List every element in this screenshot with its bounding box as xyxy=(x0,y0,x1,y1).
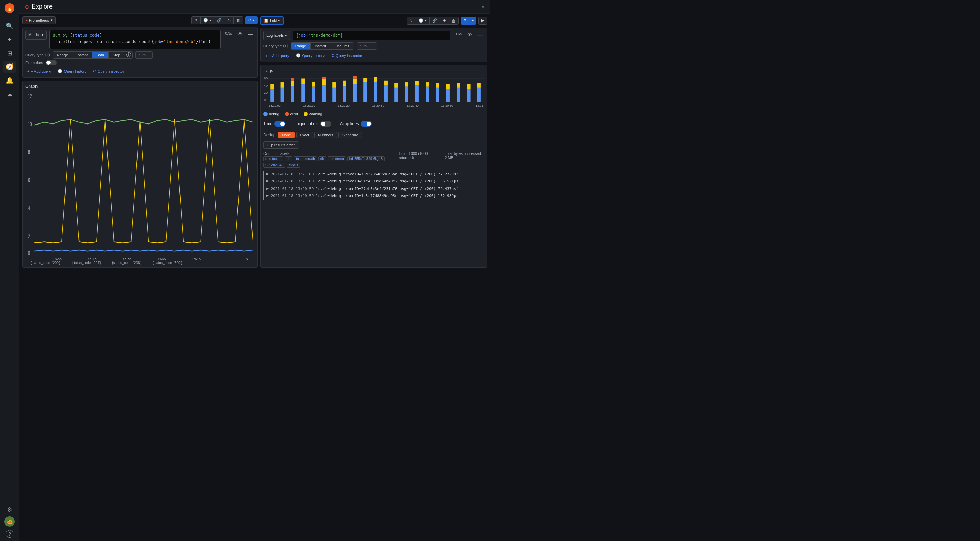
sidebar-dashboards-icon[interactable]: ⊞ xyxy=(3,47,16,59)
dedup-btn-none[interactable]: None xyxy=(278,132,294,138)
history-icon: 🕐 xyxy=(58,69,62,73)
right-query-history-button[interactable]: 🕐 Query history xyxy=(294,52,326,59)
left-tab-both[interactable]: Both xyxy=(92,51,108,58)
left-toolbar-buttons: ⇧ 🕐 ▾ 🔗 ⊖ 🗑 xyxy=(191,16,243,24)
legend-color-500 xyxy=(147,263,151,263)
right-tab-instant[interactable]: Instant xyxy=(310,43,330,49)
sidebar-explore-icon[interactable]: 🧭 xyxy=(3,61,16,73)
svg-rect-62 xyxy=(415,81,419,85)
run-query-button[interactable]: ⟳ ▾ xyxy=(245,16,258,24)
share-button[interactable]: ⇧ xyxy=(191,16,200,24)
dedup-btn-exact[interactable]: Exact xyxy=(296,132,313,138)
right-query-type-info-icon[interactable]: i xyxy=(283,44,288,48)
graph-area: 12 10 8 6 4 2 0 xyxy=(25,91,255,260)
left-query-history-button[interactable]: 🕐 Query history xyxy=(56,68,88,75)
sidebar-alerting-icon[interactable]: 🔔 xyxy=(3,75,16,87)
metrics-label: Metrics xyxy=(28,33,40,37)
zoom-out-button[interactable]: ⊖ xyxy=(224,16,234,24)
svg-rect-39 xyxy=(312,87,315,102)
flip-results-button[interactable]: Flip results order xyxy=(263,141,299,149)
logs-meta: Common labels: ops-tools1 db tns-demo/db… xyxy=(263,151,484,168)
svg-rect-40 xyxy=(312,81,315,87)
right-zoom-out-button[interactable]: ⊖ xyxy=(440,17,449,25)
right-tab-range[interactable]: Range xyxy=(291,43,310,49)
step-info-icon[interactable]: i xyxy=(126,52,131,57)
logs-chart: 60 40 20 0 xyxy=(263,75,484,109)
left-add-query-button[interactable]: + + Add query xyxy=(25,68,53,75)
svg-text:8: 8 xyxy=(28,149,30,155)
metrics-chevron-icon: ▾ xyxy=(41,33,44,37)
total-bytes-value: 2 MB xyxy=(445,155,453,160)
svg-rect-33 xyxy=(281,82,284,88)
left-datasource-select[interactable]: ● Prometheus ▾ xyxy=(22,16,56,24)
inspector-icon: ⊙ xyxy=(93,69,96,73)
log-labels-button[interactable]: Log labels ▾ xyxy=(263,31,290,40)
logs-legend-debug: debug xyxy=(263,112,280,116)
log-entry-3[interactable]: ▶ 2021-01-18 13:20:59 level=debug traceI… xyxy=(263,185,484,192)
left-panel: ● Prometheus ▾ ⇧ 🕐 ▾ 🔗 ⊖ 🗑 ⟳ ▾ xyxy=(22,16,258,268)
right-remove-query-button[interactable]: — xyxy=(476,31,484,40)
legend-label-200: {status_code='200'} xyxy=(31,261,60,265)
right-history-button[interactable]: 🕐 ▾ xyxy=(415,17,429,25)
sidebar: 🔥 🔍 + ⊞ 🧭 🔔 ☁ ⚙ 🐸 ? xyxy=(0,0,19,271)
right-add-query-button[interactable]: + + Add query xyxy=(263,52,291,59)
left-toggle-visibility-button[interactable]: 👁 xyxy=(236,30,243,38)
history-button[interactable]: 🕐 ▾ xyxy=(200,16,214,24)
clear-button[interactable]: 🗑 xyxy=(234,16,243,24)
right-link-button[interactable]: 🔗 xyxy=(429,17,440,25)
right-chevron-down-icon: ▾ xyxy=(278,18,280,23)
svg-rect-60 xyxy=(405,82,408,87)
dedup-btn-numbers[interactable]: Numbers xyxy=(314,132,337,138)
unique-labels-toggle[interactable] xyxy=(320,121,331,127)
svg-text:🔥: 🔥 xyxy=(6,5,13,11)
right-query-inspector-button[interactable]: ⊙ Query inspector xyxy=(329,52,364,59)
left-query-inspector-button[interactable]: ⊙ Query inspector xyxy=(91,68,126,75)
right-run-options-button[interactable]: ▾ xyxy=(469,17,476,25)
right-query-type-tabs: Range Instant Line limit xyxy=(291,42,354,50)
left-query-input[interactable]: sum by (status_code) (rate(tns_request_d… xyxy=(49,30,221,49)
right-plus-icon: + xyxy=(266,54,267,58)
left-actions-row: + + Add query 🕐 Query history ⊙ Query in… xyxy=(25,68,255,75)
dedup-label: Dedup xyxy=(263,133,275,138)
right-share-button[interactable]: ⇧ xyxy=(407,17,415,25)
svg-rect-73 xyxy=(477,88,481,102)
time-toggle[interactable] xyxy=(274,121,285,127)
sidebar-add-icon[interactable]: + xyxy=(3,33,16,46)
svg-rect-67 xyxy=(446,89,450,102)
right-run-arrow-button[interactable]: ▶ xyxy=(479,17,487,25)
total-bytes-label: Total bytes processed: xyxy=(445,151,482,155)
right-line-limit-input[interactable] xyxy=(356,42,377,50)
logs-legend: debug error warning xyxy=(263,112,484,116)
metrics-button[interactable]: Metrics ▾ xyxy=(25,30,47,40)
svg-text:10: 10 xyxy=(28,121,32,127)
right-toggle-visibility-button[interactable]: 👁 xyxy=(466,31,473,39)
sidebar-cloud-icon[interactable]: ☁ xyxy=(3,88,16,100)
exemplars-label: Exemplars xyxy=(25,61,43,65)
left-query-time: 0.3s xyxy=(223,30,234,37)
sidebar-search-icon[interactable]: 🔍 xyxy=(3,20,16,32)
right-tab-line-limit[interactable]: Line limit xyxy=(330,43,353,49)
wrap-lines-toggle[interactable] xyxy=(361,121,372,127)
right-query-type-label: Query type i xyxy=(263,44,288,48)
step-input[interactable] xyxy=(135,51,153,59)
right-clear-button[interactable]: 🗑 xyxy=(449,17,458,25)
right-query-input[interactable]: {job="tns-demo/db"} xyxy=(293,31,450,40)
close-button[interactable]: × xyxy=(482,4,485,10)
tag-id: 555cf4b849 xyxy=(263,163,285,168)
left-remove-query-button[interactable]: — xyxy=(247,30,255,39)
dedup-btn-signature[interactable]: Signature xyxy=(339,132,362,138)
left-tab-range[interactable]: Range xyxy=(53,51,72,58)
log-entry-4[interactable]: ▶ 2021-01-18 13:20:59 level=debug traceI… xyxy=(263,192,484,200)
log-entry-1[interactable]: ▶ 2021-01-18 13:21:00 level=debug traceI… xyxy=(263,171,484,178)
loki-icon: 📋 xyxy=(264,18,269,23)
svg-rect-45 xyxy=(332,82,336,88)
left-tab-instant[interactable]: Instant xyxy=(72,51,92,58)
exemplars-toggle[interactable] xyxy=(46,60,57,65)
left-tab-step[interactable]: Step xyxy=(108,51,125,58)
link-button[interactable]: 🔗 xyxy=(214,16,224,24)
query-type-info-icon[interactable]: i xyxy=(45,52,50,57)
logo[interactable]: 🔥 xyxy=(4,3,15,14)
right-datasource-select[interactable]: 📋 Loki ▾ xyxy=(260,16,283,25)
right-run-query-button[interactable]: ⟳ xyxy=(461,17,469,25)
log-entry-2[interactable]: ▶ 2021-01-18 13:21:00 level=debug traceI… xyxy=(263,178,484,185)
